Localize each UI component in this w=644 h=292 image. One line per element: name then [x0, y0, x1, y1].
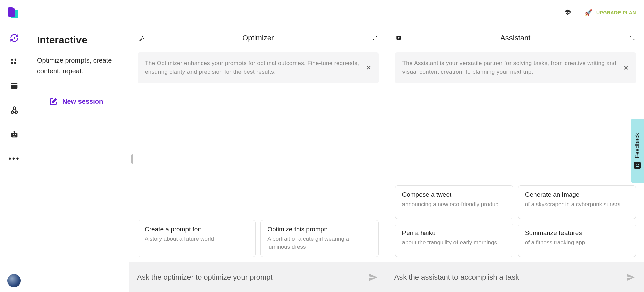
- suggestion-card[interactable]: Create a prompt for: A story about a fut…: [138, 220, 256, 257]
- suggestion-subtitle: announcing a new eco-friendly product.: [402, 200, 506, 209]
- close-icon[interactable]: [365, 64, 373, 72]
- nav-stage-icon[interactable]: [9, 81, 19, 91]
- suggestion-subtitle: A story about a future world: [145, 235, 249, 243]
- svg-rect-2: [11, 62, 13, 64]
- svg-point-8: [12, 134, 14, 135]
- sidebar-description: Optimize prompts, create content, repeat…: [37, 55, 121, 76]
- nav-webhook-icon[interactable]: [9, 105, 19, 115]
- suggestion-card[interactable]: Compose a tweet announcing a new eco-fri…: [395, 185, 513, 219]
- sidebar: Interactive Optimize prompts, create con…: [29, 25, 129, 292]
- suggestion-title: Optimize this prompt:: [267, 226, 371, 233]
- optimizer-suggestions: Create a prompt for: A story about a fut…: [138, 220, 379, 257]
- suggestion-title: Pen a haiku: [402, 229, 506, 237]
- optimizer-title: Optimizer: [242, 34, 274, 42]
- assistant-info-text: The Assistant is your versatile partner …: [402, 60, 616, 75]
- sidebar-title: Interactive: [37, 34, 121, 46]
- optimizer-panel: Optimizer The Optimizer enhances your pr…: [129, 25, 387, 292]
- assistant-suggestions: Compose a tweet announcing a new eco-fri…: [395, 185, 636, 257]
- collapse-icon[interactable]: [371, 34, 379, 42]
- nav-refresh-icon[interactable]: [9, 33, 19, 43]
- assistant-info-box: The Assistant is your versatile partner …: [395, 52, 636, 83]
- nav-sparkle-grid-icon[interactable]: [9, 57, 19, 67]
- suggestion-title: Summarize features: [525, 229, 629, 237]
- suggestion-subtitle: A portrait of a cute girl wearing a lumi…: [267, 235, 371, 251]
- send-icon[interactable]: [625, 271, 637, 283]
- nav-rail: •••: [0, 25, 29, 292]
- optimizer-input[interactable]: [137, 273, 367, 282]
- nav-more-icon[interactable]: •••: [9, 154, 19, 164]
- upgrade-label: UPGRADE PLAN: [596, 10, 636, 15]
- assistant-badge-icon: [395, 34, 402, 42]
- user-avatar[interactable]: [7, 274, 21, 287]
- close-icon[interactable]: [622, 64, 630, 72]
- send-icon[interactable]: [367, 271, 379, 283]
- assistant-input-bar: [387, 262, 644, 292]
- education-icon[interactable]: [564, 9, 571, 16]
- optimizer-info-text: The Optimizer enhances your prompts for …: [145, 60, 359, 75]
- assistant-title: Assistant: [500, 34, 530, 42]
- nav-robot-icon[interactable]: [9, 129, 19, 139]
- suggestion-card[interactable]: Optimize this prompt: A portrait of a cu…: [260, 220, 378, 257]
- svg-rect-3: [14, 62, 16, 64]
- upgrade-plan-button[interactable]: 🚀 UPGRADE PLAN: [585, 9, 636, 16]
- panel-resize-handle[interactable]: [131, 154, 133, 164]
- rocket-icon: 🚀: [585, 9, 592, 16]
- svg-point-9: [15, 134, 16, 135]
- new-session-label: New session: [62, 98, 103, 105]
- suggestion-card[interactable]: Generate an image of a skyscraper in a c…: [518, 185, 636, 219]
- svg-rect-11: [139, 38, 142, 41]
- svg-rect-7: [11, 133, 17, 137]
- svg-rect-1: [11, 59, 13, 60]
- new-session-button[interactable]: New session: [37, 97, 121, 105]
- smile-icon: [634, 162, 641, 169]
- suggestion-card[interactable]: Pen a haiku about the tranquility of ear…: [395, 224, 513, 257]
- magic-wand-icon: [138, 34, 145, 42]
- suggestion-subtitle: of a fitness tracking app.: [525, 239, 629, 247]
- svg-point-0: [13, 37, 15, 39]
- suggestion-card[interactable]: Summarize features of a fitness tracking…: [518, 224, 636, 257]
- assistant-input[interactable]: [394, 273, 625, 282]
- feedback-tab[interactable]: Feedback: [631, 119, 644, 183]
- top-bar: 🚀 UPGRADE PLAN: [0, 0, 644, 25]
- feedback-label: Feedback: [634, 133, 641, 158]
- suggestion-title: Compose a tweet: [402, 191, 506, 198]
- suggestion-title: Create a prompt for:: [145, 226, 249, 233]
- app-logo[interactable]: [8, 7, 19, 18]
- compose-icon: [49, 97, 57, 105]
- optimizer-input-bar: [129, 262, 387, 292]
- assistant-panel: Assistant The Assistant is your versatil…: [387, 25, 644, 292]
- suggestion-title: Generate an image: [525, 191, 629, 198]
- suggestion-subtitle: about the tranquility of early mornings.: [402, 239, 506, 247]
- optimizer-info-box: The Optimizer enhances your prompts for …: [138, 52, 379, 83]
- svg-rect-10: [13, 136, 15, 137]
- suggestion-subtitle: of a skyscraper in a cyberpunk sunset.: [525, 200, 629, 209]
- collapse-icon[interactable]: [629, 34, 636, 42]
